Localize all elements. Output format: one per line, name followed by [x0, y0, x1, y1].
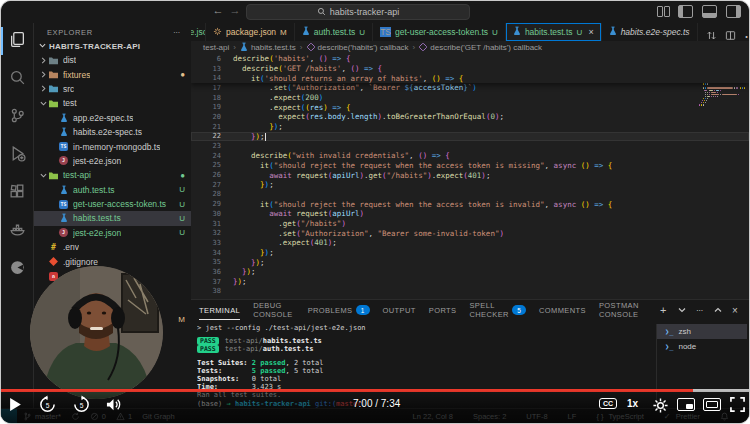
settings-gear-icon[interactable]: [651, 396, 669, 414]
presenter-avatar: [30, 266, 163, 399]
panel-tab-comments[interactable]: COMMENTS: [539, 300, 586, 320]
activitybar-extensions[interactable]: [1, 181, 33, 205]
sidebar-item-fixtures[interactable]: fixtures●: [33, 67, 191, 81]
panel-tab-problems[interactable]: PROBLEMS1: [308, 300, 370, 320]
sidebar-item-habits.e2e-spec.ts[interactable]: habits.e2e-spec.ts: [33, 125, 191, 139]
flask-icon: [58, 113, 69, 123]
editor-tab-bar: Jjest-e2e.jsonUpackage.jsonMauth.test.ts…: [191, 23, 749, 42]
tab-habits.test.ts[interactable]: habits.test.tsU×: [506, 23, 602, 41]
panel-tab-postman-console[interactable]: POSTMAN CONSOLE: [599, 300, 647, 320]
pie-circle-icon: [9, 259, 26, 280]
code-line-31: 31 .get("/habits"): [191, 219, 749, 229]
panel-tab-output[interactable]: OUTPUT: [383, 300, 416, 320]
tab-get-user-access-token.ts[interactable]: TSget-user-access-token.tsU: [373, 23, 506, 41]
breadcrumb-separator: ›: [233, 43, 236, 52]
tab-jest-e2e.json[interactable]: Jjest-e2e.jsonU: [191, 23, 206, 41]
split-editor-icon[interactable]: [725, 27, 736, 38]
close-window-button[interactable]: [13, 8, 21, 16]
terminal-line: PASS test-api/habits.test.ts: [197, 337, 653, 345]
chevron-right-icon: [39, 57, 48, 64]
git-decoration: U: [179, 228, 185, 237]
sidebar-item-.gitignore[interactable]: .gitignore: [33, 254, 191, 268]
rewind-5-icon[interactable]: 5: [37, 394, 57, 414]
more-icon[interactable]: ⋯: [744, 27, 749, 38]
tab-auth.test.ts[interactable]: auth.test.tsU: [295, 23, 373, 41]
activitybar-docker[interactable]: [1, 219, 33, 243]
titlebar-layout-controls: [656, 5, 741, 18]
volume-icon[interactable]: [104, 396, 122, 412]
more-actions-icon[interactable]: ⋯: [173, 28, 181, 37]
activitybar-run-debug[interactable]: [1, 143, 33, 167]
activitybar-search[interactable]: [1, 67, 33, 91]
workspace-root-folder[interactable]: HABITS-TRACKER-API: [33, 40, 191, 53]
command-center-search[interactable]: habits-tracker-api: [246, 4, 470, 20]
sidebar-item-habits.test.ts[interactable]: habits.test.tsU: [33, 211, 191, 225]
activitybar-source-control[interactable]: [1, 105, 33, 129]
sidebar-item-test[interactable]: test: [33, 96, 191, 110]
breadcrumb-item[interactable]: describe('habits') callback: [307, 43, 409, 53]
back-icon[interactable]: ←: [211, 4, 225, 16]
tab-label: habits.test.ts: [525, 27, 573, 37]
titlebar: ← → habits-tracker-api: [1, 1, 749, 24]
activitybar-custom-extension[interactable]: [1, 257, 33, 281]
git-decoration: ●: [180, 70, 185, 79]
code-editor[interactable]: 6describe('habits', () => {13 describe('…: [191, 54, 749, 299]
breadcrumb-item[interactable]: describe('GET /habits') callback: [419, 43, 542, 53]
git-status: U: [359, 28, 365, 37]
code-line-29: 29 it("should reject the request when th…: [191, 199, 749, 209]
sidebar-item-src[interactable]: src: [33, 82, 191, 96]
terminal-line: Tests: 5 passed, 5 total: [197, 367, 653, 375]
captions-icon[interactable]: CC: [599, 398, 617, 409]
panel-tab-spell-checker[interactable]: SPELL CHECKER5: [469, 300, 525, 320]
sidebar-item-auth.test.ts[interactable]: auth.test.tsU: [33, 183, 191, 197]
panel-tab-ports[interactable]: PORTS: [429, 300, 457, 320]
sidebar-item-app.e2e-spec.ts[interactable]: app.e2e-spec.ts: [33, 111, 191, 125]
activitybar-explorer[interactable]: [1, 29, 33, 53]
ts-icon: TS: [58, 200, 69, 209]
code-line-21: 21 });: [191, 122, 749, 132]
breadcrumb-item[interactable]: test-api: [203, 43, 229, 52]
panel-tab-terminal[interactable]: TERMINAL: [199, 300, 240, 320]
customize-layout-icon[interactable]: [656, 5, 669, 16]
fullscreen-icon[interactable]: [729, 396, 745, 412]
sidebar-item-jest-e2e.json[interactable]: Jjest-e2e.jsonU: [33, 226, 191, 240]
breadcrumb-item[interactable]: habits.test.ts: [240, 42, 296, 54]
toggle-primary-sidebar-icon[interactable]: [678, 5, 693, 18]
chevron-up-icon[interactable]: [714, 306, 723, 315]
file-label: test-api: [63, 170, 91, 180]
panel-tab-debug-console[interactable]: DEBUG CONSOLE: [253, 300, 295, 320]
toggle-secondary-sidebar-icon[interactable]: [726, 5, 741, 18]
webcam-overlay: [30, 266, 163, 399]
panel-tab-bar: TERMINALDEBUG CONSOLEPROBLEMS1OUTPUTPORT…: [191, 300, 749, 320]
theater-mode-icon[interactable]: [703, 398, 721, 411]
chevron-down-icon: [39, 172, 48, 179]
minimize-window-button[interactable]: [27, 8, 35, 16]
play-icon[interactable]: [7, 395, 23, 413]
tab-package.json[interactable]: package.jsonM: [206, 23, 295, 41]
maximize-window-button[interactable]: [41, 8, 49, 16]
close-tab-icon[interactable]: ×: [588, 27, 593, 37]
sidebar-item-in-memory-mongodb.ts[interactable]: TSin-memory-mongodb.ts: [33, 139, 191, 153]
sidebar-item-test-api[interactable]: test-api●: [33, 168, 191, 182]
terminal-session-node[interactable]: ❯_node: [657, 339, 747, 354]
chevron-down-icon[interactable]: [678, 306, 687, 315]
add-icon[interactable]: +: [660, 306, 669, 315]
sidebar-item-get-user-access-token.ts[interactable]: TSget-user-access-token.tsU: [33, 197, 191, 211]
flask-icon: [58, 185, 69, 195]
compare-icon[interactable]: [706, 27, 717, 38]
toggle-panel-icon[interactable]: [702, 5, 717, 18]
file-label: src: [63, 84, 74, 94]
sidebar-item-dist[interactable]: dist: [33, 53, 191, 67]
more-icon[interactable]: ⋯: [696, 306, 705, 315]
pip-icon[interactable]: [677, 398, 695, 411]
sidebar-item-.env[interactable]: #.env: [33, 240, 191, 254]
forward-5-icon[interactable]: 5: [71, 394, 91, 414]
svg-text:5: 5: [79, 401, 83, 408]
chevron-right-icon: [39, 71, 48, 78]
sidebar-item-jest-e2e.json[interactable]: Jjest-e2e.json: [33, 154, 191, 168]
forward-icon[interactable]: →: [228, 4, 242, 16]
close-icon[interactable]: ×: [732, 306, 741, 315]
tab-habits.e2e-spec.ts[interactable]: habits.e2e-spec.ts: [602, 23, 698, 41]
terminal-session-zsh[interactable]: ❯_zsh: [657, 324, 747, 339]
playback-speed-button[interactable]: 1x: [627, 398, 638, 409]
